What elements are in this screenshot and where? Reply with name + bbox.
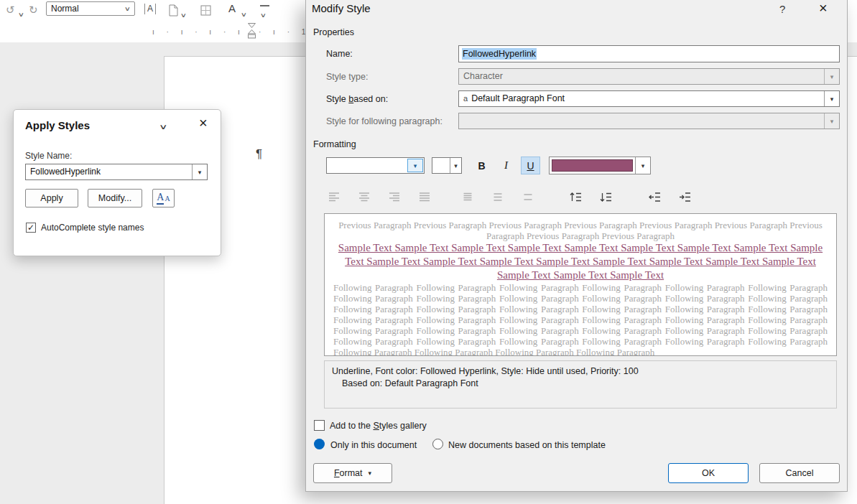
ok-button[interactable]: OK	[668, 463, 749, 483]
label-text: F	[334, 468, 340, 478]
bold-button[interactable]: B	[472, 157, 491, 174]
italic-button[interactable]: I	[496, 157, 516, 174]
borders-button[interactable]	[200, 5, 211, 16]
style-based-on-combobox[interactable]: aDefault Paragraph Font ▾	[458, 90, 840, 107]
undo-chevron-icon[interactable]: ∨	[18, 8, 24, 21]
character-style-icon: a	[463, 94, 468, 103]
font-color-swatch	[552, 159, 633, 172]
chevron-down-icon: ∨	[124, 6, 131, 12]
quick-access-toolbar: ↺ ∨ ↻ Normal ∨ A ∨ A ∨ ∨	[0, 0, 306, 22]
style-type-label: Style type:	[326, 72, 368, 82]
align-center-button	[353, 187, 375, 206]
modify-style-dialog: Modify Style ? × Properties Name: Follow…	[305, 0, 848, 492]
format-button[interactable]: Format ▾	[313, 463, 392, 483]
page-chevron-icon[interactable]: ∨	[180, 9, 187, 22]
autocomplete-label: AutoComplete style names	[41, 223, 144, 233]
redo-icon[interactable]: ↻	[29, 3, 38, 17]
paragraph-mark: ¶	[256, 147, 262, 162]
combo-arrow-icon[interactable]: ▾	[407, 159, 423, 172]
style-name-box[interactable]: Normal ∨	[46, 1, 135, 16]
style-description: Underline, Font color: Followed Hyperlin…	[324, 360, 837, 409]
following-paragraph-value	[459, 113, 824, 129]
label-text: ormat	[340, 468, 363, 478]
one-half-spacing-button	[487, 187, 509, 206]
page-icon[interactable]	[168, 4, 179, 17]
style-name-combobox[interactable]: FollowedHyperlink ▾	[25, 164, 208, 180]
combo-arrow-icon[interactable]: ▾	[635, 157, 650, 174]
styles-pane-button[interactable]: AA	[152, 189, 175, 207]
new-documents-label: New documents based on this template	[448, 440, 606, 450]
style-type-combobox: Character ▾	[458, 68, 840, 85]
pane-close-icon[interactable]: ×	[199, 116, 208, 130]
text-effects-chevron-icon[interactable]: ∨	[241, 8, 247, 21]
styles-pane-icon: A	[157, 192, 164, 205]
add-to-gallery-checkbox[interactable]	[314, 420, 325, 431]
more-tools-chevron-icon[interactable]: ∨	[260, 9, 267, 22]
following-paragraph-text: Following Paragraph Following Paragraph …	[333, 282, 828, 356]
combo-arrow-icon[interactable]: ▾	[192, 164, 207, 179]
font-name-value	[327, 158, 407, 173]
label-text: tyles gallery	[379, 421, 427, 431]
name-input[interactable]: FollowedHyperlink	[458, 45, 840, 62]
only-in-document-radio[interactable]	[314, 439, 325, 449]
help-icon[interactable]: ?	[779, 3, 785, 15]
formatting-section-label: Formatting	[313, 139, 356, 149]
only-in-document-label: Only in this document	[330, 440, 417, 450]
apply-button[interactable]: Apply	[25, 189, 78, 207]
previous-paragraph-text: Previous Paragraph Previous Paragraph Pr…	[333, 220, 828, 241]
label-text: ased on:	[353, 94, 388, 104]
increase-paragraph-spacing-button[interactable]	[565, 187, 586, 206]
styles-pane-icon-small: A	[165, 195, 170, 202]
cancel-button[interactable]: Cancel	[759, 463, 840, 483]
ruler-marks-left: ı · ı · ı · ı ·	[152, 28, 259, 36]
label-text: S	[373, 421, 379, 431]
add-to-gallery-label: Add to the Styles gallery	[330, 421, 427, 431]
style-preview: Previous Paragraph Previous Paragraph Pr…	[324, 213, 837, 356]
text-effects-button[interactable]: A	[228, 2, 236, 14]
double-spacing-button	[517, 187, 539, 206]
align-left-button	[323, 187, 345, 206]
modify-button[interactable]: Modify...	[88, 189, 142, 207]
new-documents-radio[interactable]	[432, 439, 443, 449]
combo-arrow-icon: ▾	[824, 69, 839, 84]
style-description-line1: Underline, Font color: Followed Hyperlin…	[332, 365, 829, 378]
style-name-value: FollowedHyperlink	[26, 164, 192, 179]
name-input-value: FollowedHyperlink	[462, 48, 537, 60]
align-justify-button	[414, 187, 435, 206]
style-based-on-value: aDefault Paragraph Font	[459, 91, 824, 106]
undo-icon[interactable]: ↺	[6, 3, 15, 17]
character-border-button[interactable]: A	[144, 4, 156, 14]
decrease-paragraph-spacing-button[interactable]	[595, 187, 616, 206]
pane-collapse-icon[interactable]: ∨	[159, 123, 168, 131]
label-text: Add to the	[330, 421, 373, 431]
font-size-combobox[interactable]: ▾	[432, 157, 462, 174]
style-type-value: Character	[459, 69, 824, 84]
properties-section-label: Properties	[313, 27, 354, 37]
font-size-value	[432, 158, 450, 173]
underline-button[interactable]: U	[521, 157, 540, 174]
autocomplete-checkbox[interactable]: ✓	[26, 223, 36, 233]
close-icon[interactable]: ×	[819, 1, 828, 15]
style-description-line2: Based on: Default Paragraph Font	[332, 378, 829, 390]
align-right-button	[384, 187, 405, 206]
label-text: Style	[326, 94, 348, 104]
style-name-box-value: Normal	[51, 4, 79, 14]
horizontal-ruler[interactable]: ı · ı · ı · ı · · ı · 1 · ı ·	[0, 21, 306, 43]
increase-indent-button[interactable]	[674, 187, 695, 206]
apply-styles-pane: Apply Styles ∨ × Style Name: FollowedHyp…	[13, 109, 221, 256]
font-color-combobox[interactable]: ▾	[549, 157, 651, 174]
indent-marker[interactable]	[248, 23, 256, 39]
decrease-indent-button[interactable]	[644, 187, 665, 206]
name-label: Name:	[326, 49, 353, 59]
single-spacing-button	[457, 187, 478, 206]
following-paragraph-combobox: ▾	[458, 113, 840, 129]
following-paragraph-label: Style for following paragraph:	[326, 116, 443, 126]
combo-arrow-icon[interactable]: ▾	[450, 158, 461, 173]
combo-arrow-icon[interactable]: ▾	[824, 91, 839, 106]
format-arrow-icon: ▾	[369, 470, 372, 477]
combo-arrow-icon: ▾	[824, 113, 839, 129]
style-based-on-text: Default Paragraph Font	[471, 93, 565, 103]
sample-text: Sample Text Sample Text Sample Text Samp…	[333, 241, 828, 282]
dialog-title: Modify Style	[312, 2, 371, 14]
font-name-combobox[interactable]: ▾	[326, 157, 425, 174]
